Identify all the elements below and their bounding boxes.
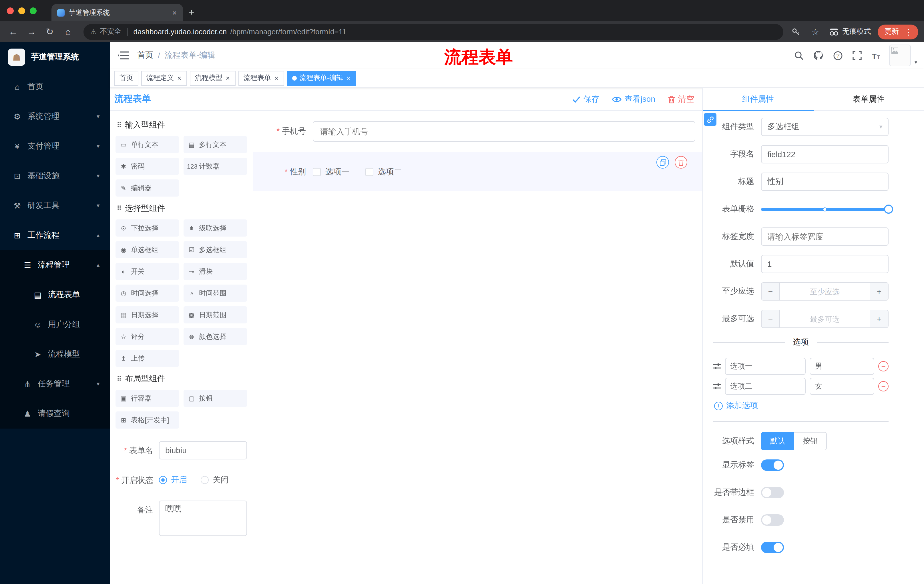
sidebar-menu-item[interactable]: ▤ 流程表单	[0, 280, 110, 310]
component-chip[interactable]: ◐ 开关	[116, 263, 179, 280]
tag[interactable]: 流程表单-编辑 ×	[287, 71, 356, 86]
bookmark-star-icon[interactable]: ☆	[808, 26, 822, 37]
sidebar-logo[interactable]: ☗ 芋道管理系统	[0, 42, 110, 72]
option-drag-icon[interactable]	[713, 362, 721, 370]
user-avatar[interactable]	[889, 44, 911, 66]
properties-tab[interactable]: 表单属性	[813, 88, 924, 110]
toggle-switch[interactable]	[761, 542, 784, 553]
component-chip[interactable]: ▦ 日期选择	[116, 306, 179, 323]
option-drag-icon[interactable]	[713, 382, 721, 390]
close-window-button[interactable]	[7, 7, 14, 14]
sidebar-menu-item[interactable]: ☰ 流程管理 ▲	[0, 250, 110, 280]
increase-button[interactable]: +	[870, 283, 888, 300]
option-value-input[interactable]	[810, 358, 874, 375]
option-style-button[interactable]: 默认	[761, 432, 794, 450]
forward-icon[interactable]: →	[24, 24, 39, 39]
sidebar-menu-item[interactable]: ¥ 支付管理 ▼	[0, 132, 110, 161]
component-chip[interactable]: ▤ 多行文本	[183, 136, 247, 153]
add-option-button[interactable]: + 添加选项	[714, 401, 889, 411]
sidebar-fold-icon[interactable]	[118, 51, 129, 60]
component-chip[interactable]: ⊞ 表格[开发中]	[116, 411, 179, 429]
sidebar-menu-item[interactable]: ☺ 用户分组	[0, 310, 110, 339]
component-chip[interactable]: ▢ 按钮	[183, 390, 247, 407]
clear-button[interactable]: 清空	[668, 94, 694, 104]
sidebar-menu-item[interactable]: ⚙ 系统管理 ▼	[0, 102, 110, 132]
back-icon[interactable]: ←	[6, 24, 21, 39]
minimize-window-button[interactable]	[18, 7, 25, 14]
font-size-icon[interactable]: TT	[870, 49, 884, 62]
tag-close-icon[interactable]: ×	[274, 74, 279, 82]
component-chip[interactable]: ⊙ 下拉选择	[116, 219, 179, 237]
canvas-field-phone[interactable]: 手机号	[253, 121, 695, 142]
remove-option-button[interactable]: −	[878, 361, 889, 372]
remove-option-button[interactable]: −	[878, 381, 889, 392]
browser-tab[interactable]: 芋道管理系统 ×	[51, 4, 183, 21]
grid-slider[interactable]	[761, 200, 889, 218]
copy-field-button[interactable]	[657, 156, 669, 169]
remark-textarea[interactable]: 嘿嘿	[159, 500, 247, 536]
tag-close-icon[interactable]: ×	[225, 74, 231, 82]
component-type-select[interactable]: 多选框组 ▼	[761, 118, 889, 136]
toggle-switch[interactable]	[761, 514, 784, 526]
form-canvas[interactable]: 手机号	[253, 111, 702, 584]
default-value-input[interactable]	[761, 255, 889, 273]
help-icon[interactable]: ?	[831, 49, 845, 62]
tag[interactable]: 流程定义 ×	[141, 71, 187, 86]
component-chip[interactable]: 123 计数器	[183, 158, 247, 175]
canvas-field-gender-selected[interactable]: 性别 选项一 选项二	[253, 152, 702, 191]
checkbox-option[interactable]: 选项一	[313, 167, 349, 177]
save-button[interactable]: 保存	[573, 94, 599, 104]
label-width-input[interactable]	[761, 227, 889, 246]
tag[interactable]: 流程模型 ×	[190, 71, 236, 86]
sidebar-menu-item[interactable]: ➤ 流程模型	[0, 339, 110, 369]
sidebar-menu-item[interactable]: ⋔ 任务管理 ▼	[0, 369, 110, 399]
component-chip[interactable]: ✎ 编辑器	[116, 179, 179, 197]
slider-handle[interactable]	[884, 204, 893, 214]
search-icon[interactable]	[792, 49, 806, 62]
component-chip[interactable]: ◉ 单选框组	[116, 241, 179, 258]
decrease-button[interactable]: −	[762, 310, 780, 327]
sidebar-menu-item[interactable]: ♟ 请假查询	[0, 399, 110, 429]
radio-option[interactable]: 关闭	[201, 475, 229, 485]
view-json-button[interactable]: 查看json	[612, 94, 655, 104]
field-name-input[interactable]	[761, 145, 889, 163]
toggle-switch[interactable]	[761, 487, 784, 498]
home-icon[interactable]: ⌂	[61, 24, 76, 39]
increase-button[interactable]: +	[870, 310, 888, 327]
max-select-input[interactable]	[780, 310, 870, 327]
tab-close-icon[interactable]: ×	[171, 8, 178, 17]
component-chip[interactable]: ☑ 多选框组	[183, 241, 247, 258]
tag[interactable]: 流程表单 ×	[238, 71, 284, 86]
properties-tab[interactable]: 组件属性	[703, 88, 813, 110]
component-chip[interactable]: ◔ 时间范围	[183, 285, 247, 302]
component-chip[interactable]: ↥ 上传	[116, 350, 179, 367]
option-style-button[interactable]: 按钮	[794, 432, 827, 450]
avatar-caret-icon[interactable]: ▾	[914, 59, 917, 65]
checkbox-icon[interactable]	[313, 168, 321, 176]
title-input[interactable]	[761, 173, 889, 191]
sidebar-menu-item[interactable]: ⊡ 基础设施 ▼	[0, 161, 110, 191]
new-tab-button[interactable]: +	[189, 7, 195, 18]
option-value-input[interactable]	[810, 378, 874, 395]
component-chip[interactable]: ✱ 密码	[116, 158, 179, 175]
phone-input[interactable]	[313, 121, 695, 142]
component-chip[interactable]: ▩ 日期范围	[183, 306, 247, 323]
github-icon[interactable]	[812, 49, 825, 62]
component-chip[interactable]: ⋔ 级联选择	[183, 219, 247, 237]
tag-close-icon[interactable]: ×	[346, 74, 351, 82]
toggle-switch[interactable]	[761, 459, 784, 471]
field-link-badge[interactable]	[704, 113, 716, 126]
tag-close-icon[interactable]: ×	[177, 74, 182, 82]
fullscreen-icon[interactable]	[851, 49, 864, 62]
min-select-input[interactable]	[780, 283, 870, 300]
option-label-input[interactable]	[725, 378, 806, 395]
sidebar-menu-item[interactable]: ⊞ 工作流程 ▲	[0, 220, 110, 250]
option-label-input[interactable]	[725, 358, 806, 375]
checkbox-option[interactable]: 选项二	[365, 167, 402, 177]
password-key-icon[interactable]	[791, 27, 805, 36]
reload-icon[interactable]: ↻	[42, 24, 57, 39]
form-name-input[interactable]	[159, 441, 247, 459]
sidebar-menu-item[interactable]: ⌂ 首页	[0, 72, 110, 102]
component-chip[interactable]: ◷ 时间选择	[116, 285, 179, 302]
zoom-window-button[interactable]	[30, 7, 36, 14]
